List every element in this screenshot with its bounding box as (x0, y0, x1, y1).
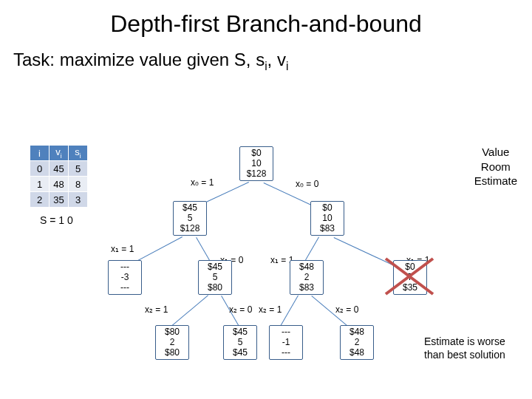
legend: Value Room Estimate (474, 145, 517, 188)
tree-node-pruned: $07$35 (393, 260, 427, 295)
edge-label: x₂ = 1 (145, 304, 168, 315)
prune-note: Estimate is worse than best solution (424, 335, 522, 361)
task-statement: Task: maximize value given S, si, vi (13, 50, 532, 73)
table-row: 2353 (30, 192, 88, 208)
page-title: Depth-first Branch-and-bound (0, 10, 532, 38)
tree-node-infeasible: ----1--- (269, 325, 303, 360)
table-row: 1488 (30, 177, 88, 192)
tree-node: $482$83 (290, 260, 324, 295)
th-si: si (69, 146, 88, 161)
edge-label: x₂ = 0 (229, 304, 252, 315)
tree-node: $455$128 (173, 201, 207, 236)
tree-node: $010$83 (310, 201, 344, 236)
th-i: i (30, 146, 50, 161)
table-row: 0455 (30, 161, 88, 177)
edge-label: x₀ = 0 (296, 179, 318, 189)
edge-label: x₁ = 1 (111, 244, 134, 254)
edge-label: x₀ = 1 (191, 177, 214, 188)
th-vi: vi (50, 146, 69, 161)
edge-label: x₂ = 1 (259, 304, 282, 315)
tree-node: $482$48 (340, 325, 374, 360)
tree-node-infeasible: ----3--- (108, 260, 142, 295)
edge-label: x₂ = 0 (335, 304, 358, 315)
tree-node: $802$80 (155, 325, 189, 360)
tree-node-root: $010$128 (239, 146, 273, 181)
tree-node: $455$80 (198, 260, 232, 295)
capacity-label: S = 1 0 (40, 214, 73, 226)
item-table: i vi si 0455 1488 2353 (30, 145, 88, 208)
tree-node: $455$45 (223, 325, 257, 360)
